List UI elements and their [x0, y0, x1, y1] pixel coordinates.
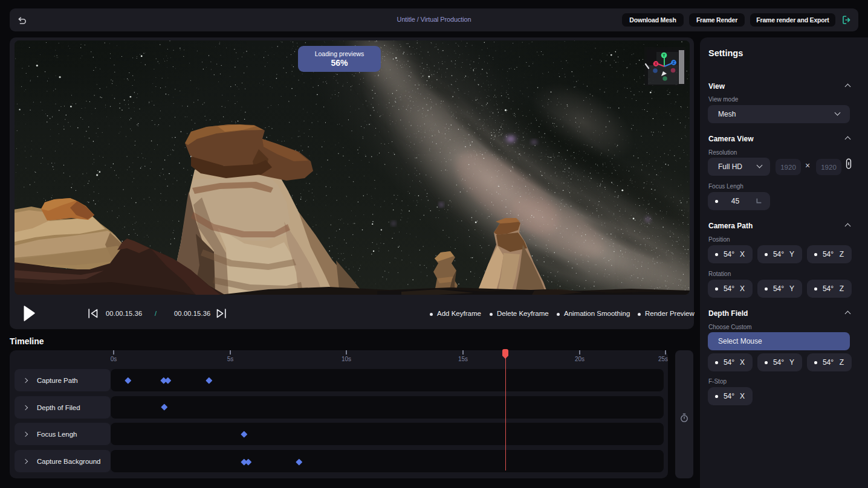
svg-text:X: X — [655, 62, 658, 66]
svg-text:Y: Y — [662, 53, 666, 57]
svg-text:Z: Z — [673, 60, 675, 65]
